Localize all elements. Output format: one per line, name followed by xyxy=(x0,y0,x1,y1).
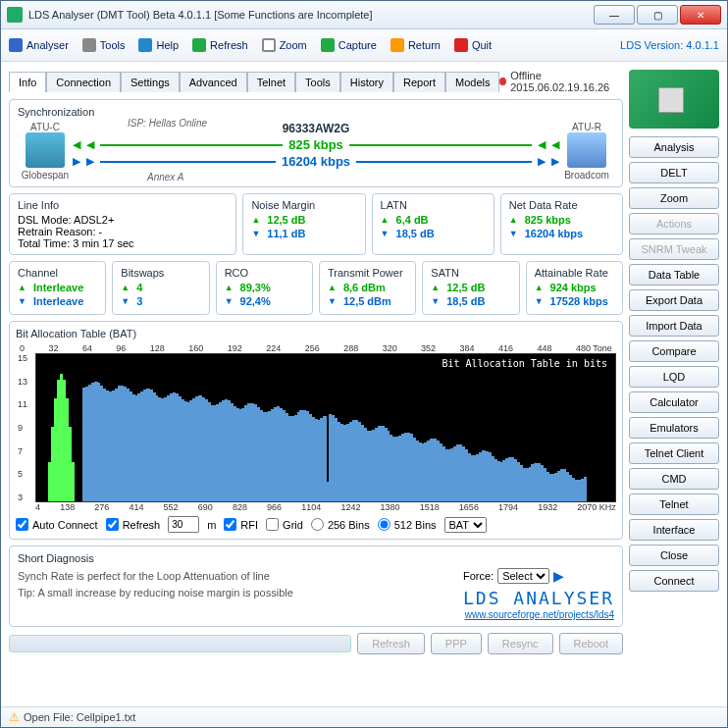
zoom-icon xyxy=(262,38,276,52)
line-info-box: Line Info DSL Mode: ADSL2+ Retrain Reaso… xyxy=(9,193,236,255)
board-image xyxy=(629,70,719,129)
refresh-interval-input[interactable] xyxy=(168,516,199,533)
isp-label: ISP: Hellas Online xyxy=(128,118,207,129)
diagnosis-panel: Short Diagnosis Synch Rate is perfect fo… xyxy=(9,546,623,627)
tab-bar: Info Connection Settings Advanced Telnet… xyxy=(9,70,623,93)
side-calculator-button[interactable]: Calculator xyxy=(629,391,719,413)
tab-report[interactable]: Report xyxy=(393,72,445,92)
status-bar: ⚠ Open File: Cellpipe1.txt xyxy=(1,706,727,727)
tab-info[interactable]: Info xyxy=(9,72,46,92)
window-title: LDS Analyser (DMT Tool) Beta 4.0.1.1 [So… xyxy=(28,9,594,21)
ppp-button[interactable]: PPP xyxy=(431,633,482,654)
side-connect-button[interactable]: Connect xyxy=(629,570,719,592)
diag-line1: Synch Rate is perfect for the Loop Atten… xyxy=(18,568,453,585)
attainable-rate-box: Attainable Rate924 kbps17528 kbps xyxy=(526,261,623,315)
status-dot-icon xyxy=(499,78,506,85)
side-compare-button[interactable]: Compare xyxy=(629,340,719,362)
tab-telnet[interactable]: Telnet xyxy=(247,72,295,92)
main-toolbar: Analyser Tools Help Refresh Zoom Capture… xyxy=(1,29,727,62)
return-menu[interactable]: Return xyxy=(390,38,441,52)
refresh-icon xyxy=(192,38,206,52)
side-emulators-button[interactable]: Emulators xyxy=(629,417,719,439)
help-icon xyxy=(138,38,152,52)
version-label: LDS Version: 4.0.1.1 xyxy=(620,39,719,51)
bat-chart-panel: Bit Allocation Table (BAT) 0326496128160… xyxy=(9,321,623,540)
side-zoom-button[interactable]: Zoom xyxy=(629,187,719,209)
annex-label: Annex A xyxy=(147,172,183,182)
tab-settings[interactable]: Settings xyxy=(121,72,180,92)
sidebar: AnalysisDELTZoomActionsSNRM TweakData Ta… xyxy=(629,70,719,699)
side-snrm-tweak-button[interactable]: SNRM Tweak xyxy=(629,238,719,260)
auto-connect-checkbox[interactable]: Auto Connect xyxy=(16,518,98,531)
net-data-rate-box: Net Data Rate825 kbps16204 kbps xyxy=(500,193,623,255)
rfi-checkbox[interactable]: RFI xyxy=(224,518,258,531)
offline-status: Offline 2015.06.02.19.16.26 xyxy=(499,70,623,93)
bins-256-radio[interactable]: 256 Bins xyxy=(311,518,370,531)
grid-checkbox[interactable]: Grid xyxy=(266,518,303,531)
tools-menu[interactable]: Tools xyxy=(82,38,126,52)
side-import-data-button[interactable]: Import Data xyxy=(629,315,719,337)
reboot-button[interactable]: Reboot xyxy=(559,633,623,654)
quit-menu[interactable]: Quit xyxy=(454,38,492,52)
maximize-button[interactable]: ▢ xyxy=(637,5,678,25)
atu-r-modem: ATU-R Broadcom xyxy=(559,122,614,181)
side-delt-button[interactable]: DELT xyxy=(629,162,719,183)
titlebar: LDS Analyser (DMT Tool) Beta 4.0.1.1 [So… xyxy=(1,1,727,29)
side-telnet-button[interactable]: Telnet xyxy=(629,494,719,515)
rco-box: RCO89,3%92,4% xyxy=(216,261,313,315)
side-telnet-client-button[interactable]: Telnet Client xyxy=(629,442,719,464)
logo-text: LDS ANALYSER xyxy=(463,588,614,608)
tab-history[interactable]: History xyxy=(340,72,393,92)
side-data-table-button[interactable]: Data Table xyxy=(629,264,719,286)
side-export-data-button[interactable]: Export Data xyxy=(629,289,719,311)
side-interface-button[interactable]: Interface xyxy=(629,519,719,541)
help-menu[interactable]: Help xyxy=(138,38,179,52)
project-link[interactable]: www.sourceforge.net/projects/lds4 xyxy=(465,609,614,620)
return-icon xyxy=(390,38,404,52)
zoom-menu[interactable]: Zoom xyxy=(262,38,307,52)
refresh-menu[interactable]: Refresh xyxy=(192,38,248,52)
analyser-icon xyxy=(9,38,23,52)
tools-icon xyxy=(82,38,96,52)
modem-icon xyxy=(26,132,65,168)
satn-box: SATN12,5 dB18,5 dB xyxy=(422,261,519,315)
tab-advanced[interactable]: Advanced xyxy=(180,72,247,92)
refresh-button[interactable]: Refresh xyxy=(357,633,425,654)
modem-icon xyxy=(567,132,606,168)
analyser-menu[interactable]: Analyser xyxy=(9,38,69,52)
transmit-power-box: Transmit Power8,6 dBm12,5 dBm xyxy=(319,261,416,315)
capture-menu[interactable]: Capture xyxy=(321,38,377,52)
sync-panel: Synchronization ISP: Hellas Online Annex… xyxy=(9,99,623,187)
play-icon[interactable]: ▶ xyxy=(553,568,564,584)
side-cmd-button[interactable]: CMD xyxy=(629,468,719,490)
downstream-rate: 16204 kbps xyxy=(282,154,350,169)
quit-icon xyxy=(454,38,468,52)
diag-line2: Tip: A small increase by reducing noise … xyxy=(18,585,453,601)
tab-models[interactable]: Models xyxy=(445,72,499,92)
noise-margin-box: Noise Margin12,5 dB11,1 dB xyxy=(242,193,365,255)
channel-box: ChannelInterleaveInterleave xyxy=(9,261,106,315)
chart-type-select[interactable]: BAT xyxy=(444,517,487,533)
bitswaps-box: Bitswaps43 xyxy=(112,261,209,315)
app-icon xyxy=(7,7,23,23)
warning-icon: ⚠ xyxy=(9,710,20,724)
progress-bar xyxy=(9,635,351,652)
capture-icon xyxy=(321,38,335,52)
close-button[interactable]: ✕ xyxy=(680,5,721,25)
latn-box: LATN6,4 dB18,5 dB xyxy=(372,193,494,255)
atu-c-modem: ATU-C Globespan xyxy=(18,122,73,181)
minimize-button[interactable]: — xyxy=(594,5,635,25)
tab-connection[interactable]: Connection xyxy=(46,72,121,92)
side-actions-button[interactable]: Actions xyxy=(629,213,719,234)
resync-button[interactable]: Resync xyxy=(488,633,553,654)
side-analysis-button[interactable]: Analysis xyxy=(629,136,719,158)
tab-tools[interactable]: Tools xyxy=(295,72,340,92)
upstream-rate: 825 kbps xyxy=(288,137,343,152)
refresh-checkbox[interactable]: Refresh xyxy=(106,518,161,531)
force-select[interactable]: Select xyxy=(497,568,549,584)
status-text: Open File: Cellpipe1.txt xyxy=(24,711,135,723)
bat-chart: Bit Allocation Table in bits xyxy=(35,353,616,502)
bins-512-radio[interactable]: 512 Bins xyxy=(378,518,437,531)
side-close-button[interactable]: Close xyxy=(629,545,719,566)
side-lqd-button[interactable]: LQD xyxy=(629,366,719,388)
